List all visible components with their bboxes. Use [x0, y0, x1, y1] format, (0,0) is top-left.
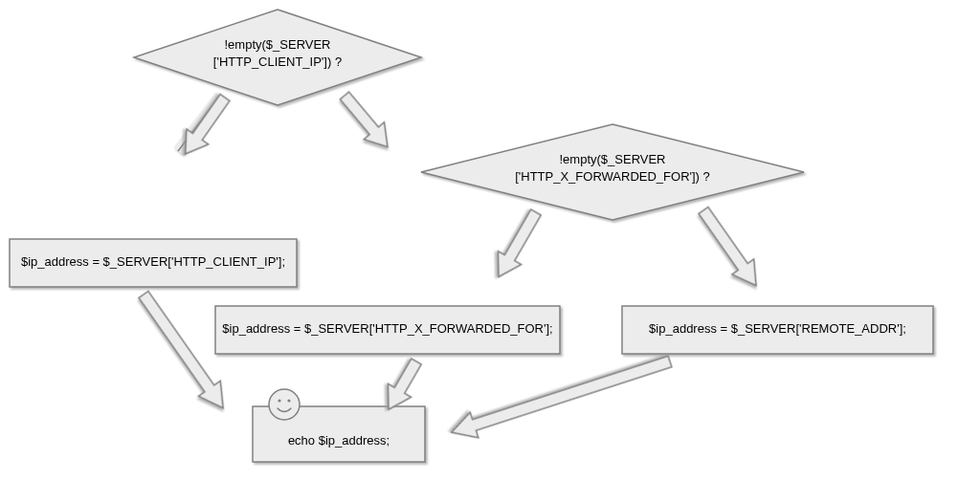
- decision2-line2: ['HTTP_X_FORWARDED_FOR']) ?: [498, 168, 727, 186]
- process-box-2: $ip_address = $_SERVER['HTTP_X_FORWARDED…: [215, 306, 560, 354]
- arrow-7: [447, 349, 674, 446]
- svg-point-8: [287, 399, 290, 402]
- arrow-4: [693, 203, 768, 294]
- svg-marker-14: [693, 203, 768, 294]
- svg-marker-12: [334, 87, 397, 156]
- svg-marker-17: [447, 349, 674, 446]
- box1-text: $ip_address = $_SERVER['HTTP_CLIENT_IP']…: [10, 253, 297, 271]
- decision-node-2: !empty($_SERVER ['HTTP_X_FORWARDED_FOR']…: [421, 124, 804, 220]
- process-box-1: $ip_address = $_SERVER['HTTP_CLIENT_IP']…: [10, 239, 297, 287]
- box3-text: $ip_address = $_SERVER['REMOTE_ADDR'];: [622, 320, 933, 338]
- decision1-line1: !empty($_SERVER: [172, 36, 383, 54]
- decision-node-1: !empty($_SERVER ['HTTP_CLIENT_IP']) ?: [134, 10, 421, 105]
- process-box-3: $ip_address = $_SERVER['REMOTE_ADDR'];: [622, 306, 933, 354]
- svg-marker-13: [487, 206, 547, 284]
- arrow-2: [334, 87, 397, 156]
- box2-text: $ip_address = $_SERVER['HTTP_X_FORWARDED…: [215, 320, 560, 338]
- smiley-icon: [269, 389, 300, 420]
- box4-text: echo $ip_address;: [253, 432, 425, 449]
- svg-point-7: [278, 399, 280, 402]
- decision1-line2: ['HTTP_CLIENT_IP']) ?: [172, 54, 383, 71]
- arrow-3: [487, 206, 547, 284]
- svg-point-6: [269, 389, 300, 420]
- decision2-line1: !empty($_SERVER: [498, 151, 727, 168]
